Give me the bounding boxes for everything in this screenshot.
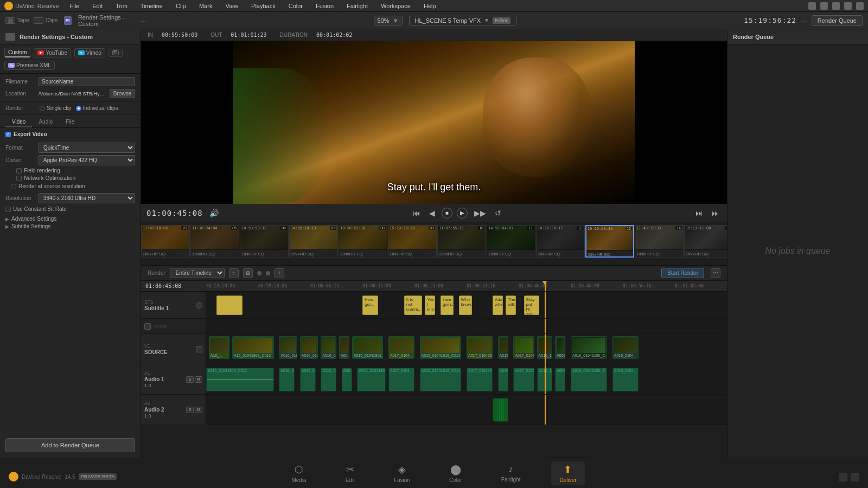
aud-clip-4[interactable]: A015_010... [321, 368, 336, 391]
clip-item[interactable]: 11:47:10:05 V1 DNxHR SQ [141, 225, 190, 258]
filename-input[interactable] [39, 77, 135, 86]
source-track-lock[interactable] [196, 346, 202, 352]
vid-clip-3[interactable]: A016_010... [279, 336, 297, 359]
timeline-waveform-icon[interactable]: 〰 [711, 268, 720, 278]
timeline-grid-view-icon[interactable]: ⊞ [243, 268, 253, 278]
vid-clip-6[interactable]: A00... [339, 336, 349, 359]
vid-clip-14[interactable]: A009... [555, 336, 565, 359]
aud-clip-5[interactable]: A00... [342, 368, 352, 391]
nav-item-edit[interactable]: ✂ Edit [337, 461, 363, 485]
empty-track-lock[interactable] [144, 323, 151, 330]
clip-item[interactable]: 14:56:10:13 07 DNxHR SQ [289, 225, 338, 258]
play-button[interactable]: ▶ [457, 208, 468, 219]
clip-item[interactable]: 11:43:36:17 14 DNxHR SQ [635, 225, 684, 258]
tab-file[interactable]: File [59, 117, 81, 127]
aud-clip-2[interactable]: A016_010... [279, 368, 295, 391]
network-optimization-checkbox[interactable] [16, 176, 22, 181]
aud-clip-9[interactable]: A017_01042380... [467, 368, 493, 391]
preset-tab-youtube[interactable]: ▶ YouTube [34, 48, 71, 57]
vid-clip-10[interactable]: A017_01042380... [467, 336, 493, 359]
menu-trim[interactable]: Trim [113, 2, 130, 10]
single-clip-radio[interactable]: Single clip [40, 105, 72, 111]
menu-clip[interactable]: Clip [174, 2, 188, 10]
nav-right-icon-1[interactable] [839, 473, 847, 481]
sub-clip-1[interactable] [216, 296, 242, 315]
menu-bar-icon-2[interactable] [820, 2, 828, 10]
vid-clip-8[interactable]: A017_0104... [388, 336, 414, 359]
vid-clip-4[interactable]: A016_010... [300, 336, 318, 359]
menu-view[interactable]: View [223, 2, 240, 10]
clip-item[interactable]: 10:58:58:17 12 DNxHR SQ [536, 225, 585, 258]
sub-clip-7[interactable]: Ada,wher... [493, 296, 503, 315]
next-frame-icon[interactable]: ▶▶ [472, 208, 488, 219]
clip-item[interactable]: 10:50:50:19 06 DNxHR SQ [240, 225, 289, 258]
clip-item-active[interactable]: 15:19:53:15 13 DNxHR SQ [585, 225, 634, 258]
nav-item-media[interactable]: ⬡ Media [283, 461, 315, 485]
aud-clip-11[interactable]: A017_01042331_C007 [513, 368, 534, 391]
tab-video[interactable]: Video [5, 117, 32, 127]
menu-fusion[interactable]: Fusion [314, 2, 336, 10]
timeline-list-view-icon[interactable]: ≡ [229, 268, 239, 278]
audio1-solo-btn[interactable]: S [186, 376, 194, 383]
codec-select[interactable]: Apple ProRes 422 HQ [39, 155, 135, 165]
subtitle-track-content[interactable]: Howgoi... It is notcomm... Yes, Iknow. I… [206, 292, 727, 318]
menu-playback[interactable]: Playback [249, 2, 278, 10]
audio2-solo-btn[interactable]: S [186, 407, 194, 413]
render-queue-button[interactable]: Render Queue [812, 15, 863, 26]
nav-item-deliver[interactable]: ⬆ Deliver [551, 461, 585, 485]
clip-item[interactable]: 10:50:52:18 08 DNxHR SQ [339, 225, 387, 258]
sub-clip-5[interactable]: I amgoin... [441, 296, 454, 315]
sub-clip-4[interactable]: Yes, Iknow. [425, 296, 435, 315]
menu-bar-icon-5[interactable] [856, 2, 864, 10]
vid-clip-2[interactable]: A15_01041909_C012 [232, 336, 274, 359]
timeline-dot-1[interactable] [257, 271, 261, 275]
nav-item-fairlight[interactable]: ♪ Fairlight [493, 461, 529, 485]
aud-clip-14[interactable]: A016_01042100_C... [571, 368, 607, 391]
aud-clip-1[interactable]: A015_01041909_C012 [206, 368, 274, 391]
audio1-mute-btn[interactable]: M [195, 376, 202, 383]
aud-clip-6[interactable]: A015_01041902_C011 [357, 368, 386, 391]
resolution-select[interactable]: 3840 x 2160 Ultra HD [39, 193, 135, 203]
clip-item[interactable]: 11:07:55:21 10 DNxHR SQ [437, 225, 486, 258]
nav-item-fusion[interactable]: ◈ Fusion [385, 461, 419, 485]
clip-item[interactable]: 14:55:04:07 11 DNxHR SQ [487, 225, 535, 258]
sub-clip-9[interactable]: Stay putI'll get... [524, 296, 540, 315]
vid-clip-1[interactable]: A16_... [209, 336, 229, 359]
preset-tab-vimeo[interactable]: v Vimeo [74, 48, 105, 57]
render-timeline-select[interactable]: Entire Timeline [170, 268, 225, 278]
preset-tab-premiere[interactable]: Pr Premiere XML [4, 61, 55, 70]
format-select[interactable]: QuickTime [39, 143, 135, 153]
sub-clip-3[interactable]: It is notcomm... [404, 296, 423, 315]
field-rendering-checkbox[interactable] [16, 168, 22, 174]
menu-mark[interactable]: Mark [197, 2, 214, 10]
tab-audio[interactable]: Audio [32, 117, 59, 127]
sub-clip-8[interactable]: Theywill... [506, 296, 516, 315]
menu-fairlight[interactable]: Fairlight [344, 2, 370, 10]
menu-bar-icon-4[interactable] [844, 2, 852, 10]
start-render-button[interactable]: Start Render [661, 268, 704, 278]
menu-edit[interactable]: Edit [90, 2, 105, 10]
menu-bar-icon-3[interactable] [832, 2, 840, 10]
vid-clip-11[interactable]: A015_... [498, 336, 508, 359]
video-preview[interactable]: Stay put. I'll get them. [233, 41, 635, 204]
timeline-playhead[interactable] [545, 281, 546, 291]
source-track-content[interactable]: A16_... A15_01041909_C012 A016_010... [206, 334, 727, 364]
aud-clip-8[interactable]: A015_01041919_C014 [420, 368, 462, 391]
add-to-render-queue-button[interactable]: Add to Render Queue [5, 438, 135, 452]
prev-frame-icon[interactable]: ◀ [427, 208, 437, 219]
sub-clip-6[interactable]: Whoknow... [459, 296, 472, 315]
audio2-track-content[interactable] [206, 395, 727, 425]
toolbar-right-dots[interactable]: ··· [801, 16, 807, 25]
individual-clips-radio[interactable]: Individual clips [76, 105, 118, 111]
volume-icon[interactable]: 🔊 [207, 208, 221, 219]
export-video-checkbox[interactable]: ✓ [5, 132, 11, 137]
aud-clip-13[interactable]: A009_... [555, 368, 565, 391]
audio1-track-content[interactable]: A015_01041909_C012 A016_010... A016_010.… [206, 364, 727, 394]
aud-clip-3[interactable]: A016_010... [300, 368, 316, 391]
render-at-source-checkbox[interactable] [11, 184, 16, 189]
aud2-clip-1[interactable] [493, 398, 508, 422]
menu-color[interactable]: Color [286, 2, 305, 10]
nav-item-color[interactable]: ⬤ Color [441, 461, 471, 485]
vid-clip-5[interactable]: A016_010... [321, 336, 336, 359]
timeline-dot-2[interactable] [266, 271, 270, 275]
